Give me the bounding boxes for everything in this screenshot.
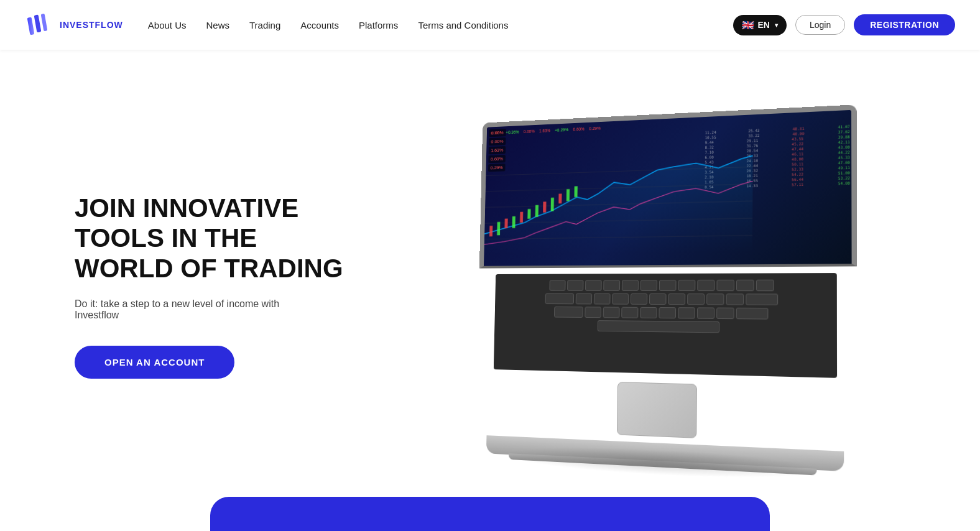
svg-rect-14 xyxy=(535,205,539,217)
svg-rect-15 xyxy=(543,201,546,212)
svg-rect-1 xyxy=(34,15,42,33)
nav-links: About Us News Trading Accounts Platforms… xyxy=(148,20,733,30)
key xyxy=(640,280,657,291)
bottom-bar xyxy=(210,497,770,522)
hero-image-area: 0.00% +0.36% 0.00% 1.63% +0.29% 0.60% 0.… xyxy=(386,81,930,491)
open-account-button[interactable]: OPEN AN ACCOUNT xyxy=(75,346,234,379)
nav-trading[interactable]: Trading xyxy=(249,20,280,30)
percent-tag-3: 1.63% xyxy=(489,146,506,154)
svg-rect-11 xyxy=(512,216,515,228)
key xyxy=(716,308,734,320)
percent-tags: 0.00% 0.00% 1.63% 0.60% 0.29% xyxy=(488,129,506,172)
key xyxy=(621,280,638,291)
svg-rect-2 xyxy=(41,14,48,32)
key xyxy=(756,280,774,292)
nav-platforms[interactable]: Platforms xyxy=(359,20,398,30)
language-code: EN xyxy=(758,20,770,30)
candlestick-chart xyxy=(484,138,753,266)
logo-text: INVESTFLOW xyxy=(60,20,123,30)
svg-rect-0 xyxy=(27,17,35,35)
key xyxy=(687,293,705,305)
hero-subtitle: Do it: take a step to a new level of inc… xyxy=(75,298,323,321)
percent-tag-4: 0.60% xyxy=(488,155,505,163)
navbar: INVESTFLOW About Us News Trading Account… xyxy=(0,0,980,50)
screen-content: 0.00% +0.36% 0.00% 1.63% +0.29% 0.60% 0.… xyxy=(484,110,852,266)
svg-rect-10 xyxy=(504,219,507,229)
laptop-keyboard xyxy=(494,273,837,378)
login-button[interactable]: Login xyxy=(795,15,845,35)
key xyxy=(649,293,667,305)
key xyxy=(677,307,695,318)
key xyxy=(567,280,583,291)
svg-rect-8 xyxy=(489,226,492,236)
key xyxy=(678,280,695,291)
percent-tag-1: 0.00% xyxy=(489,129,506,137)
nav-about-us[interactable]: About Us xyxy=(148,20,187,30)
key xyxy=(640,307,657,318)
register-button[interactable]: REGISTRATION xyxy=(854,14,955,35)
key xyxy=(746,293,778,305)
key xyxy=(659,280,676,291)
key xyxy=(696,307,714,319)
language-selector[interactable]: 🇬🇧 EN ▾ xyxy=(733,15,787,35)
logo-icon xyxy=(25,10,55,40)
key xyxy=(594,293,611,305)
nav-terms[interactable]: Terms and Conditions xyxy=(418,20,508,30)
spacebar-key xyxy=(598,320,719,333)
flag-icon: 🇬🇧 xyxy=(742,19,754,31)
svg-rect-16 xyxy=(551,198,554,211)
key xyxy=(612,293,629,305)
hero-content: JOIN INNOVATIVE TOOLS IN THE WORLD OF TR… xyxy=(75,193,386,379)
key xyxy=(726,293,744,305)
key xyxy=(659,307,676,318)
key xyxy=(545,293,575,305)
hero-section: JOIN INNOVATIVE TOOLS IN THE WORLD OF TR… xyxy=(0,50,980,522)
nav-accounts[interactable]: Accounts xyxy=(300,20,339,30)
key xyxy=(706,293,724,305)
key xyxy=(576,293,593,305)
percent-tag-2: 0.00% xyxy=(489,137,506,145)
hero-title: JOIN INNOVATIVE TOOLS IN THE WORLD OF TR… xyxy=(75,193,361,284)
key xyxy=(621,307,638,318)
laptop-illustration: 0.00% +0.36% 0.00% 1.63% +0.29% 0.60% 0.… xyxy=(475,104,858,472)
laptop-screen: 0.00% +0.36% 0.00% 1.63% +0.29% 0.60% 0.… xyxy=(479,104,857,268)
ticker-item: 0.29% xyxy=(587,126,602,132)
svg-rect-19 xyxy=(574,186,577,197)
svg-rect-9 xyxy=(497,222,500,235)
nav-right: 🇬🇧 EN ▾ Login REGISTRATION xyxy=(733,14,955,35)
logo-link[interactable]: INVESTFLOW xyxy=(25,10,123,40)
key xyxy=(716,280,734,291)
svg-rect-13 xyxy=(527,209,530,219)
key xyxy=(549,280,565,290)
ticker-item: +0.36% xyxy=(504,129,521,136)
key xyxy=(631,293,647,305)
ticker-item: 1.63% xyxy=(537,127,552,134)
key xyxy=(668,293,685,305)
percent-tag-5: 0.29% xyxy=(488,164,505,172)
key xyxy=(585,307,601,318)
nav-news[interactable]: News xyxy=(206,20,229,30)
key xyxy=(736,280,754,291)
key xyxy=(603,280,620,291)
laptop-touchpad xyxy=(617,382,697,438)
svg-rect-18 xyxy=(566,189,570,201)
ticker-item: 0.00% xyxy=(522,129,536,135)
key xyxy=(736,308,768,320)
key xyxy=(603,307,619,318)
key xyxy=(585,280,602,291)
ticker-item: +0.29% xyxy=(553,127,570,133)
key xyxy=(553,307,583,318)
ticker-item: 0.60% xyxy=(571,126,586,132)
chevron-down-icon: ▾ xyxy=(775,22,778,29)
key xyxy=(697,280,714,291)
svg-rect-12 xyxy=(520,212,523,223)
svg-rect-17 xyxy=(558,194,562,204)
